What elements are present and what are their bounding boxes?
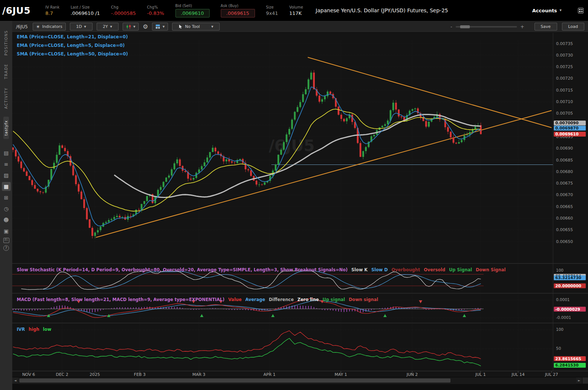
tab-tastyfx[interactable]: tastyfx: [3, 117, 9, 139]
ask-label: Ask (Buy): [221, 4, 239, 8]
iv-rank-label: IV Rank: [45, 5, 59, 9]
accounts-label: Accounts: [532, 8, 557, 13]
fi-icon[interactable]: FI: [3, 238, 9, 243]
tab-positions[interactable]: POSITIONS: [4, 30, 8, 55]
last-size-value: .0069610 /1: [71, 10, 100, 16]
range-dropdown[interactable]: 2Y ▼: [97, 23, 119, 31]
zoom-slider-handle[interactable]: [460, 25, 470, 28]
timeframe-dropdown[interactable]: 1D ▼: [70, 23, 93, 31]
bid-label: Bid (Sell): [175, 4, 192, 8]
svg-text:0.00665: 0.00665: [556, 204, 573, 209]
quote-header: /6JU5 IV Rank 8.7 Last / Size .0069610 /…: [0, 0, 588, 21]
zoom-slider[interactable]: [456, 26, 517, 28]
chg-label: Chg: [111, 5, 119, 9]
svg-text:23.8615665: 23.8615665: [555, 357, 581, 361]
chevron-down-icon: ▼: [560, 9, 562, 12]
accounts-dropdown[interactable]: Accounts ▼: [532, 8, 562, 13]
zoom-control: - +: [450, 24, 524, 29]
price-axis: 0.007350.007300.007250.007200.007150.007…: [556, 41, 573, 244]
size-label: Size: [266, 5, 274, 9]
chart-watermark: /6JU5: [269, 137, 315, 155]
history-clock-icon[interactable]: ◷: [2, 204, 11, 213]
svg-text:0.0001: 0.0001: [556, 297, 570, 302]
svg-text:FEB 3: FEB 3: [134, 372, 145, 377]
settings-gear-icon[interactable]: ⚙: [143, 23, 148, 30]
field-bid: Bid (Sell) .0069610: [175, 4, 210, 17]
svg-text:50: 50: [556, 346, 561, 351]
scroll-left-icon[interactable]: ◄: [12, 379, 18, 382]
range-value: 2Y: [103, 24, 108, 29]
price-chart-svg[interactable]: /6JU50.007350.007300.007250.007200.00715…: [12, 33, 588, 377]
last-size-label: Last / Size: [71, 5, 90, 9]
chevron-down-icon: ▼: [84, 25, 86, 28]
chart-type-dropdown[interactable]: ▼: [123, 23, 139, 31]
svg-text:0.00655: 0.00655: [556, 227, 573, 232]
scrollbar-handle[interactable]: [19, 378, 450, 383]
svg-text:0.0069610: 0.0069610: [555, 132, 578, 136]
layout-grid-icon: [155, 24, 160, 29]
svg-text:-0.0001: -0.0001: [556, 315, 571, 320]
candles[interactable]: [12, 70, 482, 239]
scroll-right-icon[interactable]: ►: [576, 379, 582, 382]
load-button[interactable]: Load: [562, 23, 584, 31]
save-load-group: Save Load: [534, 23, 584, 31]
journal-icon[interactable]: ▤: [2, 148, 11, 157]
symbol-title: /6JU5: [2, 5, 30, 16]
size-value: 9x41: [266, 10, 278, 16]
panel-dividers: [12, 33, 588, 371]
notes-icon[interactable]: ▨: [2, 171, 11, 180]
svg-text:JUL 14: JUL 14: [511, 372, 525, 377]
tool-value: No Tool: [185, 24, 200, 29]
svg-text:APR 1: APR 1: [264, 372, 275, 377]
indicators-button[interactable]: ☀ Indicators: [33, 23, 66, 31]
svg-text:20.0000000: 20.0000000: [555, 284, 581, 288]
volume-label: Volume: [289, 5, 303, 9]
chart-area[interactable]: /6JU50.007350.007300.007250.007200.00715…: [12, 33, 588, 377]
zoom-out-button[interactable]: -: [450, 24, 452, 29]
timeframe-value: 1D: [76, 24, 82, 29]
svg-text:0.00670: 0.00670: [556, 192, 573, 197]
follow-traders-icon[interactable]: ☻: [2, 215, 11, 224]
tab-activity[interactable]: ACTIVITY: [4, 87, 8, 109]
ask-price-button[interactable]: .0069615: [221, 9, 255, 17]
chg-value: -.0000585: [111, 10, 136, 16]
app-menu-icon[interactable]: [578, 8, 584, 13]
svg-text:0.00685: 0.00685: [556, 158, 573, 163]
scrollbar-corner: [582, 377, 588, 384]
gridlines: [12, 40, 553, 371]
svg-text:0.00705: 0.00705: [556, 111, 573, 116]
svg-text:MAR 3: MAR 3: [192, 372, 205, 377]
volume-value: 117K: [289, 10, 301, 16]
scrollbar-track[interactable]: [18, 377, 576, 384]
svg-text:0.00720: 0.00720: [556, 76, 573, 81]
tastytrade-app: /6JU5 IV Rank 8.7 Last / Size .0069610 /…: [0, 0, 588, 390]
svg-text:0.00690: 0.00690: [556, 146, 573, 151]
bottom-filler: [12, 384, 588, 390]
field-chg-pct: Chg% -0.83%: [147, 5, 164, 16]
svg-text:0.00730: 0.00730: [556, 53, 573, 58]
left-rail: POSITIONS TRADE ACTIVITY tastyfx ▤ ≡ ▨ ▦…: [0, 21, 12, 390]
field-iv-rank: IV Rank 8.7: [45, 5, 59, 16]
save-button[interactable]: Save: [534, 23, 557, 31]
chart-icon[interactable]: ▦: [2, 182, 11, 191]
chevron-down-icon: ▼: [110, 25, 112, 28]
help-icon[interactable]: ?: [3, 245, 9, 251]
svg-text:2025: 2025: [90, 372, 100, 377]
chart-symbol-label: /6JU5: [16, 24, 28, 29]
layout-dropdown[interactable]: ▼: [152, 23, 168, 31]
svg-text:6.2841530: 6.2841530: [555, 363, 578, 367]
watchlist-icon[interactable]: ≡: [2, 160, 11, 169]
chart-scrollbar[interactable]: ◄ ►: [12, 377, 588, 384]
svg-text:-0.0000029: -0.0000029: [555, 307, 580, 311]
chevron-down-icon: ▼: [162, 25, 164, 28]
bid-price-button[interactable]: .0069610: [175, 9, 210, 17]
apps-grid-icon[interactable]: ⊞: [2, 193, 11, 202]
crates-icon[interactable]: ▣: [2, 227, 11, 236]
tab-trade[interactable]: TRADE: [4, 64, 8, 79]
svg-text:JUL 27: JUL 27: [545, 372, 558, 377]
indicators-button-label: Indicators: [42, 24, 62, 29]
svg-text:NOV 6: NOV 6: [22, 372, 35, 377]
svg-text:0.00675: 0.00675: [556, 181, 573, 186]
zoom-in-button[interactable]: +: [520, 24, 524, 29]
tool-dropdown[interactable]: No Tool ▼: [172, 23, 220, 31]
